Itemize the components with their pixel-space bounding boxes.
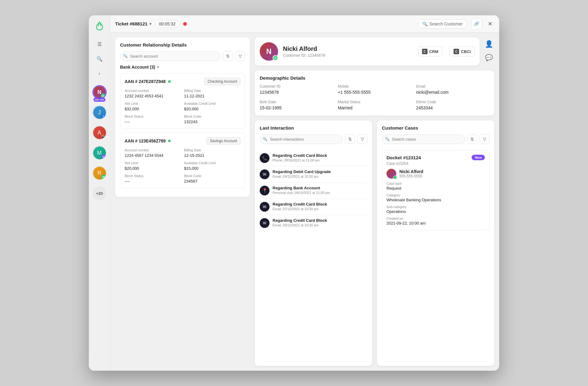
demographic-card: Demographic Details Customer ID 12345678… — [255, 70, 494, 115]
right-floating-icons: 👤 💬 — [483, 37, 494, 63]
interaction-list: 📞 Regarding Credit Card Block Phone, 09/… — [260, 150, 367, 361]
account-1-fields: Account number 1232 2432 4553 4541 Billi… — [125, 89, 240, 124]
chat-icon-button[interactable]: 💬 — [483, 52, 494, 63]
case-created-on-field: Created on 2021-09-22, 10:00 am — [386, 217, 485, 226]
account-1-status-dot — [168, 80, 171, 83]
app-logo — [94, 20, 105, 32]
viber-channel-badge: V — [101, 154, 106, 159]
recording-indicator — [183, 22, 187, 26]
cases-sort-button[interactable]: ⇅ — [467, 134, 477, 144]
cbci-button[interactable]: C CBCI — [450, 47, 475, 56]
interaction-email-icon-2: ✉ — [260, 169, 270, 179]
account-card-1: AAN # 247E287Z948 Checking Account Accou… — [120, 73, 245, 129]
demo-customer-id-value: 12345678 — [260, 90, 279, 95]
cbci-icon: C — [454, 49, 459, 54]
interaction-4-text: Regarding Credit Card Block Email, 07/12… — [273, 202, 367, 211]
more-agents-count[interactable]: +20 — [92, 186, 107, 200]
agent-avatar-5[interactable]: R W — [92, 166, 107, 180]
interaction-3-title: Regarding Bank Account — [273, 186, 367, 190]
interactions-sort-button[interactable]: ⇅ — [345, 134, 355, 144]
interactions-search-icon: 🔍 — [263, 137, 267, 141]
expand-icon-button[interactable]: › — [94, 68, 105, 79]
account-1-block-code-value: 132243 — [184, 119, 197, 124]
case-type-field: Case type Request — [386, 182, 485, 191]
account-1-available-credit-value: $20,000 — [184, 107, 198, 111]
account-2-block-status-value: ---- — [125, 179, 130, 184]
agent-avatar-4-wrapper: M V — [92, 146, 107, 160]
user-profile-icon-button[interactable]: 👤 — [483, 39, 494, 50]
demo-ethnic-code-value: 2453344 — [416, 105, 433, 110]
agent-avatar-2-wrapper: J f — [92, 105, 107, 119]
active-agent-avatar[interactable]: N W — [92, 85, 107, 99]
cases-search-input[interactable] — [382, 134, 465, 144]
chevron-right-icon: › — [99, 71, 100, 76]
demo-marital-status-value: Married — [338, 105, 352, 110]
interactions-filter-button[interactable]: ▽ — [357, 134, 367, 144]
account-1-number-value: 1232 2432 4553 4541 — [125, 94, 164, 98]
filter-icon: ▽ — [239, 54, 242, 59]
menu-icon-button[interactable]: ☰ — [94, 39, 105, 50]
account-2-number-value: 1224 4567 1234 5544 — [125, 153, 164, 158]
ticket-selector[interactable]: Ticket #688121 ▾ — [115, 21, 151, 26]
interaction-item-4[interactable]: ✉ Regarding Credit Card Block Email, 07/… — [260, 199, 367, 215]
case-type-label: Case type — [386, 182, 485, 185]
wa-channel-badge-5: W — [101, 175, 106, 180]
cases-search-row: 🔍 ⇅ ▽ — [382, 134, 489, 144]
demo-marital-status-label: Marital Status — [338, 100, 411, 104]
interaction-2-text: Regarding Debit Card Upgrade Email, 09/1… — [273, 169, 367, 178]
agent-avatar-5-wrapper: R W — [92, 166, 107, 180]
customer-id: Customer ID: 12345678 — [283, 53, 325, 58]
account-2-billing-value: 12-15-2021 — [184, 153, 205, 158]
demographic-grid: Customer ID 12345678 Mobile +1 555-555-5… — [260, 84, 489, 111]
cases-filter-button[interactable]: ▽ — [480, 134, 489, 144]
interactions-search-input[interactable] — [260, 134, 343, 144]
cases-title: Customer Cases — [382, 125, 489, 131]
demo-customer-id-label: Customer ID — [260, 84, 333, 89]
interaction-5-subtitle: Email, 09/12/2021 at 10:30 am — [273, 223, 367, 227]
interactions-search-row: 🔍 ⇅ ▽ — [260, 134, 367, 144]
interaction-item-1[interactable]: 📞 Regarding Credit Card Block Phone, 09/… — [260, 150, 367, 166]
account-1-available-credit-label: Available Credit Limit — [184, 102, 240, 105]
search-customer-button[interactable]: 🔍 Search Customer — [418, 19, 467, 28]
agent-avatar-4[interactable]: M V — [92, 146, 107, 160]
account-2-block-status: Block Status ---- — [125, 174, 181, 184]
case-card-1[interactable]: Docket #123124 New Case #15254 Nicki Alf… — [382, 150, 489, 230]
account-2-number-label: Account number — [125, 148, 181, 152]
close-button[interactable]: ✕ — [486, 20, 494, 28]
account-1-billing-date: Billing Date 11-12-2021 — [184, 89, 240, 99]
case-customer-name: Nicki Alford — [399, 169, 423, 174]
account-search-row: 🔍 ⇅ ▽ — [120, 51, 245, 61]
link-button[interactable]: 🔗 — [471, 18, 482, 29]
account-2-id-text: AAN # 123E456Z789 — [125, 138, 166, 143]
interactions-search-wrap: 🔍 — [260, 134, 343, 144]
account-2-block-status-label: Block Status — [125, 174, 181, 178]
case-new-badge: New — [472, 155, 485, 160]
case-subcategory-field: Sub-category Operations — [386, 205, 485, 214]
interaction-1-subtitle: Phone, 09/16/2021 at 11:00 am — [273, 158, 367, 162]
search-icon: 🔍 — [96, 56, 103, 62]
account-2-billing-date: Billing Date 12-15-2021 — [184, 148, 240, 158]
interaction-item-5[interactable]: ✉ Regarding Credit Card Block Email, 09/… — [260, 215, 367, 231]
ticket-label: Ticket #688121 — [115, 21, 148, 26]
agent-avatar-3[interactable]: A 📷 — [92, 126, 107, 140]
interaction-5-title: Regarding Credit Card Block — [273, 218, 367, 223]
ticket-chevron-icon: ▾ — [149, 22, 151, 26]
account-1-header: AAN # 247E287Z948 Checking Account — [125, 78, 240, 85]
agent-avatar-2[interactable]: J f — [92, 105, 107, 119]
sort-icon-button[interactable]: ⇅ — [223, 51, 233, 61]
crm-label: CRM — [429, 49, 439, 54]
interaction-item-2[interactable]: ✉ Regarding Debit Card Upgrade Email, 09… — [260, 166, 367, 183]
demo-birth-date-label: Birth Date — [260, 100, 333, 104]
interaction-item-3[interactable]: 📍 Regarding Bank Account Personal visit,… — [260, 183, 367, 199]
case-category-value: Wholesale Banking Operations — [386, 198, 441, 202]
interaction-person-icon: 📍 — [260, 186, 270, 195]
filter-icon-button[interactable]: ▽ — [235, 51, 245, 61]
right-panel: N W Nicki Alford Customer ID: 12345678 C… — [255, 37, 494, 366]
search-icon-button[interactable]: 🔍 — [94, 53, 105, 64]
demo-mobile: Mobile +1 555-555-5555 — [338, 84, 411, 95]
case-customer-info: Nicki Alford 555-555-5555 — [399, 169, 423, 178]
account-search-input[interactable] — [120, 51, 221, 61]
interactions-title: Last Interaction — [260, 125, 367, 131]
crm-button[interactable]: C CRM — [418, 47, 443, 56]
active-agent-avatar-wrapper: N W 10m 32s — [92, 85, 107, 99]
